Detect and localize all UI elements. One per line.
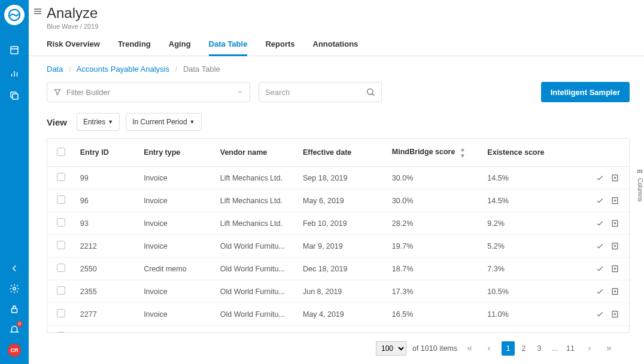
filter-icon xyxy=(53,88,62,96)
filter-builder[interactable]: Filter Builder xyxy=(47,82,250,102)
back-icon[interactable] xyxy=(8,262,20,274)
add-note-icon[interactable] xyxy=(610,219,619,228)
tab-risk-overview[interactable]: Risk Overview xyxy=(47,39,100,56)
cell-vendor: Old World Furnitu... xyxy=(215,303,298,326)
last-page-button[interactable] xyxy=(602,341,615,356)
page-11[interactable]: 11 xyxy=(564,341,577,356)
tab-aging[interactable]: Aging xyxy=(169,39,191,56)
avatar[interactable]: CR xyxy=(8,344,21,357)
cell-score: 17.3% xyxy=(387,280,483,303)
header-score-label: MindBridge score xyxy=(392,148,455,156)
add-note-icon[interactable] xyxy=(610,287,619,296)
table-row: 2355InvoiceOld World Furnitu...Jun 8, 20… xyxy=(47,280,629,303)
cell-vendor: Lift Mechanics Ltd. xyxy=(215,167,298,189)
chevron-down-icon xyxy=(236,88,244,96)
row-checkbox[interactable] xyxy=(57,286,65,295)
copy-icon[interactable] xyxy=(8,90,20,102)
check-icon[interactable] xyxy=(596,219,604,228)
gear-icon[interactable] xyxy=(8,283,20,295)
columns-toggle[interactable]: Columns xyxy=(636,169,643,201)
check-icon[interactable] xyxy=(596,264,604,273)
row-checkbox[interactable] xyxy=(57,173,65,181)
tab-reports[interactable]: Reports xyxy=(265,39,294,56)
cell-score: 30.0% xyxy=(387,167,483,189)
first-page-button[interactable] xyxy=(463,341,476,356)
table-row: 99InvoiceLift Mechanics Ltd.Sep 18, 2019… xyxy=(47,167,629,189)
svg-line-13 xyxy=(372,94,374,96)
intelligent-sampler-button[interactable]: Intelligent Sampler xyxy=(541,82,630,102)
cell-vendor: Old World Furnitu... xyxy=(215,258,298,280)
svg-rect-19 xyxy=(641,172,642,173)
row-checkbox[interactable] xyxy=(57,195,65,204)
svg-rect-14 xyxy=(637,170,639,171)
row-checkbox[interactable] xyxy=(57,218,65,227)
lock-icon[interactable] xyxy=(8,303,20,315)
search-box[interactable] xyxy=(259,82,382,102)
breadcrumb-data[interactable]: Data xyxy=(47,65,63,74)
breadcrumb-current: Data Table xyxy=(183,65,220,74)
check-icon[interactable] xyxy=(596,173,604,182)
svg-rect-16 xyxy=(641,170,642,171)
cell-score: 19.7% xyxy=(387,235,483,258)
entries-label: Entries xyxy=(83,118,105,126)
check-icon[interactable] xyxy=(596,241,604,250)
header-entry-id[interactable]: Entry ID xyxy=(75,139,139,167)
row-checkbox[interactable] xyxy=(57,332,65,332)
entries-dropdown[interactable]: Entries ▼ xyxy=(77,113,120,131)
logo[interactable] xyxy=(4,5,25,25)
cell-existence: 7.3% xyxy=(482,258,578,280)
breadcrumb-analysis[interactable]: Accounts Payable Analysis xyxy=(77,65,169,74)
select-all-checkbox[interactable] xyxy=(57,148,65,156)
page-2[interactable]: 2 xyxy=(517,341,530,356)
header-entry-type[interactable]: Entry type xyxy=(139,139,215,167)
add-note-icon[interactable] xyxy=(610,310,619,319)
header-score[interactable]: MindBridge score ▲▼ xyxy=(387,139,483,167)
columns-label: Columns xyxy=(637,178,643,201)
tab-data-table[interactable]: Data Table xyxy=(209,39,248,56)
prev-page-button[interactable] xyxy=(482,341,496,356)
check-icon[interactable] xyxy=(596,196,604,205)
cell-date: Jun 8, 2019 xyxy=(298,280,387,303)
book-icon[interactable] xyxy=(8,44,20,56)
sidebar: 0 CR xyxy=(0,0,29,364)
cell-vendor: Old World Furnitu... xyxy=(215,235,298,258)
row-checkbox[interactable] xyxy=(57,309,65,317)
header-existence[interactable]: Existence score xyxy=(482,139,578,167)
page-1[interactable]: 1 xyxy=(502,341,515,356)
tab-trending[interactable]: Trending xyxy=(118,39,151,56)
add-note-icon[interactable] xyxy=(610,241,619,250)
row-checkbox[interactable] xyxy=(57,264,65,272)
svg-rect-17 xyxy=(637,172,639,173)
add-note-icon[interactable] xyxy=(610,196,619,205)
page-size-select[interactable]: 100 xyxy=(376,341,406,356)
row-checkbox[interactable] xyxy=(57,241,65,249)
search-input[interactable] xyxy=(265,88,366,97)
period-label: In Current Period xyxy=(132,118,187,126)
page-3[interactable]: 3 xyxy=(533,341,546,356)
next-page-button[interactable] xyxy=(583,341,596,356)
cell-entry-type: Invoice xyxy=(139,167,215,189)
check-icon[interactable] xyxy=(596,310,604,319)
add-note-icon[interactable] xyxy=(610,173,619,182)
cell-entry-id: 93 xyxy=(75,212,139,235)
check-icon[interactable] xyxy=(596,287,604,296)
cell-entry-type: Invoice xyxy=(139,280,215,303)
svg-rect-6 xyxy=(13,94,18,99)
header-date[interactable]: Effective date xyxy=(298,139,387,167)
cell-score: 16.5% xyxy=(387,303,483,326)
bell-icon[interactable]: 0 xyxy=(8,323,20,335)
breadcrumb: Data / Accounts Payable Analysis / Data … xyxy=(29,56,644,79)
add-note-icon[interactable] xyxy=(610,264,619,273)
cell-entry-type: Invoice xyxy=(139,235,215,258)
cell-entry-id: 99 xyxy=(75,167,139,189)
header-vendor[interactable]: Vendor name xyxy=(215,139,298,167)
hamburger-icon[interactable] xyxy=(32,6,43,19)
period-dropdown[interactable]: In Current Period ▼ xyxy=(126,113,201,131)
cell-date: May 4, 2019 xyxy=(298,303,387,326)
data-table: Columns Entry ID Entry type Vendor name … xyxy=(47,138,630,332)
tab-annotations[interactable]: Annotations xyxy=(313,39,359,56)
cell-existence: 9.2% xyxy=(482,212,578,235)
cell-score: 18.7% xyxy=(387,258,483,280)
notif-badge: 0 xyxy=(17,321,23,327)
chart-icon[interactable] xyxy=(8,67,20,79)
